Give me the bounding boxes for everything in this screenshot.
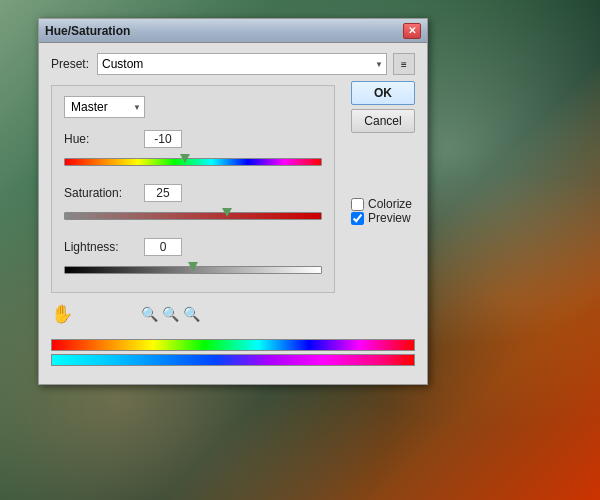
hue-slider-container (64, 152, 322, 172)
lightness-value[interactable]: 0 (144, 238, 182, 256)
title-bar: Hue/Saturation ✕ (39, 19, 427, 43)
lightness-slider-container (64, 260, 322, 280)
close-button[interactable]: ✕ (403, 23, 421, 39)
saturation-slider-row: Saturation: 25 (64, 184, 322, 226)
channel-select[interactable]: Master Reds Yellows Greens Cyans Blues M… (64, 96, 145, 118)
hue-saturation-dialog: Hue/Saturation ✕ Preset: Custom ≡ OK Can… (38, 18, 428, 385)
colorize-checkbox[interactable] (351, 198, 364, 211)
colorize-label[interactable]: Colorize (368, 197, 412, 211)
preview-row: Preview (351, 211, 415, 225)
result-color-bar (51, 354, 415, 366)
channel-row: Master Reds Yellows Greens Cyans Blues M… (64, 96, 322, 118)
bottom-tools-row: ✋ 🔍 🔍 🔍 (51, 299, 335, 329)
hue-value[interactable]: -10 (144, 130, 182, 148)
lightness-label: Lightness: (64, 240, 144, 254)
preset-row: Preset: Custom ≡ (51, 53, 415, 75)
eyedropper-icon[interactable]: 🔍 (141, 306, 158, 322)
dialog-content: Preset: Custom ≡ OK Cancel Colorize (39, 43, 427, 384)
ok-cancel-column: OK Cancel Colorize Preview (351, 81, 415, 225)
color-bars-section (51, 335, 415, 374)
colorize-row: Colorize (351, 197, 415, 211)
lightness-header: Lightness: 0 (64, 238, 322, 256)
preview-checkbox[interactable] (351, 212, 364, 225)
color-bars (51, 335, 415, 370)
hand-tool-icon[interactable]: ✋ (51, 303, 73, 325)
saturation-header: Saturation: 25 (64, 184, 322, 202)
preview-label[interactable]: Preview (368, 211, 411, 225)
options-section: Colorize Preview (351, 197, 415, 225)
tools-group: ✋ 🔍 🔍 🔍 (51, 303, 200, 325)
saturation-value[interactable]: 25 (144, 184, 182, 202)
hue-label: Hue: (64, 132, 144, 146)
eyedropper-minus-icon[interactable]: 🔍 (183, 306, 200, 322)
preset-options-button[interactable]: ≡ (393, 53, 415, 75)
saturation-slider-container (64, 206, 322, 226)
source-color-bar (51, 339, 415, 351)
preset-select[interactable]: Custom (97, 53, 387, 75)
dialog-title: Hue/Saturation (45, 24, 130, 38)
eyedropper-plus-icon[interactable]: 🔍 (162, 306, 179, 322)
ok-button[interactable]: OK (351, 81, 415, 105)
sliders-panel: Master Reds Yellows Greens Cyans Blues M… (51, 85, 335, 293)
saturation-label: Saturation: (64, 186, 144, 200)
preset-select-wrapper: Custom (97, 53, 387, 75)
hue-header: Hue: -10 (64, 130, 322, 148)
lightness-slider-row: Lightness: 0 (64, 238, 322, 280)
preset-label: Preset: (51, 57, 91, 71)
cancel-button[interactable]: Cancel (351, 109, 415, 133)
options-icon: ≡ (401, 59, 407, 70)
hue-slider-row: Hue: -10 (64, 130, 322, 172)
channel-select-wrapper: Master Reds Yellows Greens Cyans Blues M… (64, 96, 145, 118)
